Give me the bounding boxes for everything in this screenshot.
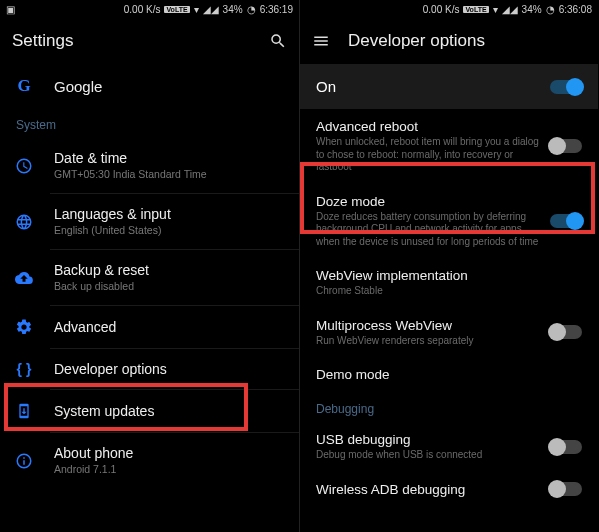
status-battery: 34% [223, 4, 243, 15]
dev-item-multiprocess-webview[interactable]: Multiprocess WebViewRun WebView renderer… [300, 308, 598, 358]
status-app-icon: ▣ [6, 4, 15, 15]
status-clock-icon: ◔ [546, 4, 555, 15]
dev-item-webview-impl[interactable]: WebView implementationChrome Stable [300, 258, 598, 308]
status-speed: 0.00 K/s [423, 4, 460, 15]
status-signal-icon: ◢◢ [203, 4, 219, 15]
status-clock-icon: ◔ [247, 4, 256, 15]
globe-icon [14, 213, 34, 231]
toggle-off-icon[interactable] [550, 440, 582, 454]
search-icon[interactable] [269, 32, 287, 50]
status-time: 6:36:19 [260, 4, 293, 15]
toggle-off-icon[interactable] [550, 325, 582, 339]
status-volte: VoLTE [463, 6, 488, 13]
dev-options-master-toggle[interactable]: On [300, 64, 598, 109]
status-battery: 34% [522, 4, 542, 15]
settings-item-advanced[interactable]: Advanced [0, 306, 299, 348]
dev-item-doze-mode[interactable]: Doze modeDoze reduces battery consumptio… [300, 184, 598, 259]
settings-item-google[interactable]: G Google [0, 64, 299, 108]
settings-item-about-phone[interactable]: About phoneAndroid 7.1.1 [0, 433, 299, 488]
menu-icon[interactable] [312, 32, 330, 50]
toggle-off-icon[interactable] [550, 139, 582, 153]
developer-options-screen: 0.00 K/s VoLTE ▾ ◢◢ 34% ◔ 6:36:08 Develo… [299, 0, 598, 532]
clock-icon [14, 157, 34, 175]
toggle-on-icon[interactable] [550, 80, 582, 94]
dev-item-usb-debugging[interactable]: USB debuggingDebug mode when USB is conn… [300, 422, 598, 472]
page-title: Developer options [348, 31, 586, 51]
dev-item-advanced-reboot[interactable]: Advanced rebootWhen unlocked, reboot ite… [300, 109, 598, 184]
settings-item-date-time[interactable]: Date & timeGMT+05:30 India Standard Time [0, 138, 299, 193]
update-icon [14, 402, 34, 420]
status-signal-icon: ◢◢ [502, 4, 518, 15]
status-volte: VoLTE [164, 6, 189, 13]
section-system: System [0, 108, 299, 138]
settings-item-developer-options[interactable]: { } Developer options [0, 349, 299, 389]
settings-item-backup[interactable]: Backup & resetBack up disabled [0, 250, 299, 305]
page-title: Settings [12, 31, 251, 51]
status-time: 6:36:08 [559, 4, 592, 15]
info-icon [14, 452, 34, 470]
status-wifi-icon: ▾ [493, 4, 498, 15]
google-label: Google [54, 78, 285, 95]
dev-header: Developer options [300, 18, 598, 64]
status-wifi-icon: ▾ [194, 4, 199, 15]
dev-item-demo-mode[interactable]: Demo mode [300, 357, 598, 392]
status-bar: ▣ 0.00 K/s VoLTE ▾ ◢◢ 34% ◔ 6:36:19 [0, 0, 299, 18]
status-bar: 0.00 K/s VoLTE ▾ ◢◢ 34% ◔ 6:36:08 [300, 0, 598, 18]
section-debugging: Debugging [300, 392, 598, 422]
status-speed: 0.00 K/s [124, 4, 161, 15]
settings-header: Settings [0, 18, 299, 64]
settings-screen: ▣ 0.00 K/s VoLTE ▾ ◢◢ 34% ◔ 6:36:19 Sett… [0, 0, 299, 532]
toggle-on-icon[interactable] [550, 214, 582, 228]
cloud-icon [14, 269, 34, 287]
dev-item-wireless-adb[interactable]: Wireless ADB debugging [300, 472, 598, 507]
toggle-off-icon[interactable] [550, 482, 582, 496]
google-icon: G [14, 76, 34, 96]
braces-icon: { } [14, 361, 34, 377]
gear-icon [14, 318, 34, 336]
settings-item-languages[interactable]: Languages & inputEnglish (United States) [0, 194, 299, 249]
settings-item-system-updates[interactable]: System updates [0, 390, 299, 432]
